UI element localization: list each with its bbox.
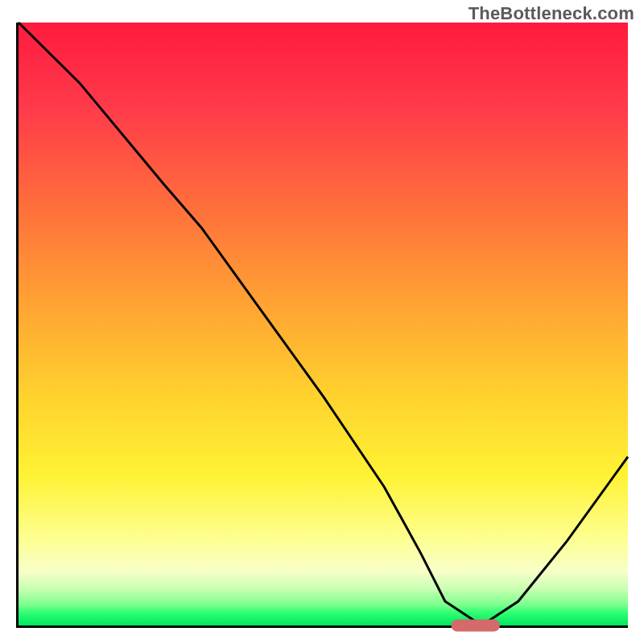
plot-area bbox=[16, 23, 628, 628]
optimum-marker bbox=[451, 620, 500, 632]
watermark-text: TheBottleneck.com bbox=[469, 3, 634, 24]
bottleneck-curve-line bbox=[19, 23, 628, 625]
bottleneck-curve-svg bbox=[19, 23, 628, 625]
chart-container: TheBottleneck.com bbox=[0, 0, 644, 644]
